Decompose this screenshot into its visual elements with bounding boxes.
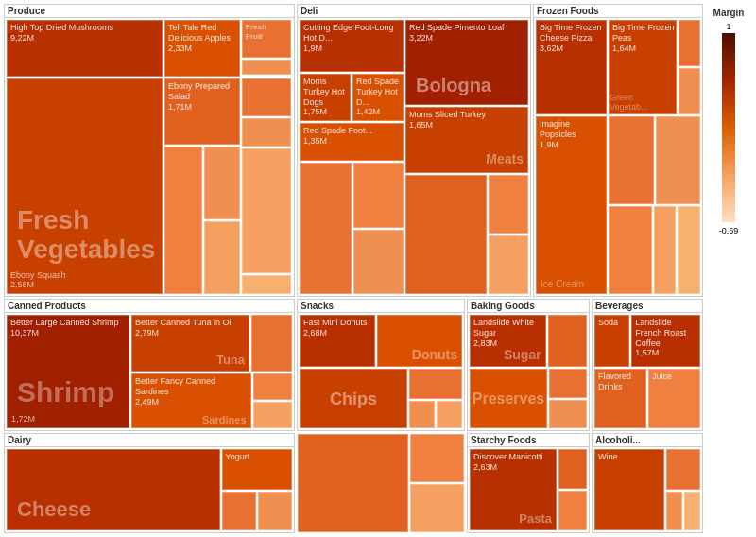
- cell-chips: Chips: [300, 369, 407, 428]
- cell-baking-sm1: [548, 315, 587, 367]
- fresh-vegetables-label: FreshVegetables: [17, 206, 155, 265]
- cell-white-sugar: Landslide White Sugar2,83M Sugar: [470, 315, 546, 367]
- cell-deli-sm2: [353, 163, 404, 228]
- cell-soda: Soda: [594, 315, 629, 367]
- bottom-left-filler: Dairy Cheese Yogurt: [4, 433, 295, 533]
- cell-wine: Wine: [594, 449, 664, 530]
- section-starchy: Starchy Foods Discover Manicotti2,63M Pa…: [467, 433, 590, 533]
- cell-juice: Juice: [648, 369, 700, 428]
- section-alcoholic: Alcoholi... Wine: [592, 433, 703, 533]
- cell-fresh-fruit: FreshFruit: [242, 20, 291, 58]
- cell-dairy-sm1: [222, 492, 256, 530]
- cell-alcohol-sm3: [684, 492, 700, 530]
- section-deli: Deli Cutting Edge Foot-Long Hot D...1,9M…: [297, 4, 531, 297]
- cell-frozen-sm3: [609, 116, 654, 204]
- chart-area: Produce High Top Dried Mushrooms9,22M Te…: [4, 4, 703, 533]
- cell-moms-turkey: Moms Turkey Hot Dogs1,75M: [300, 74, 351, 121]
- cell-apples: Tell Tale Red Delicious Apples2,33M: [164, 20, 240, 77]
- cell-deli-sm1: [300, 163, 352, 294]
- cell-frozen-sm2: [679, 68, 700, 114]
- section-canned: Canned Products Better Large Canned Shri…: [4, 299, 295, 431]
- section-header-frozen: Frozen Foods: [534, 5, 702, 18]
- squash-label: Ebony Squash2,58M: [10, 270, 66, 289]
- section-snacks: Snacks Fast Mini Donuts2,68M Donuts Chip…: [297, 299, 465, 431]
- legend-area: Margin 1 -0,69: [705, 4, 752, 533]
- cell-pimento-loaf: Red Spade Pimento Loaf3,22M Bologna: [405, 20, 528, 105]
- cell-alcohol-sm1: [666, 449, 700, 490]
- cell-canned-shrimp: Better Large Canned Shrimp10,37M Shrimp …: [7, 315, 129, 428]
- cell-produce-sm1: [164, 147, 202, 294]
- cell-produce-sm2: [204, 147, 240, 219]
- cell-snacks-sm3: [437, 401, 462, 429]
- cell-produce-sm4: [242, 78, 291, 116]
- cell-fruit-small1: [242, 60, 291, 75]
- cell-produce-sm5: [242, 118, 291, 147]
- snacks-bottom-space: [297, 433, 465, 533]
- cell-deli-sm6: [489, 235, 528, 294]
- cell-cheese-pizza: Big Time Frozen Cheese Pizza3,62M: [536, 20, 607, 114]
- cell-starchy-sm2: [558, 491, 587, 530]
- cell-frozen-sm1: [679, 20, 700, 66]
- cell-starchy-sm1: [558, 449, 587, 489]
- cell-baking-sm3: [549, 400, 587, 429]
- legend-gradient: [722, 33, 735, 222]
- section-produce: Produce High Top Dried Mushrooms9,22M Te…: [4, 4, 295, 297]
- cell-canned-sm3: [253, 402, 293, 428]
- cell-snacks-sm2: [409, 401, 435, 429]
- cell-cutting-edge: Cutting Edge Foot-Long Hot D...1,9M: [300, 20, 404, 72]
- middle-sections-row: Canned Products Better Large Canned Shri…: [4, 299, 703, 431]
- cell-popsicles: Imagine Popsicles1,9M Ice Cream: [536, 116, 607, 294]
- cell-snacks-sm1: [409, 369, 462, 399]
- legend-min-value: -0,69: [719, 226, 739, 235]
- main-container: Produce High Top Dried Mushrooms9,22M Te…: [0, 0, 756, 537]
- cell-coffee: Landslide French Roast Coffee1,57M: [631, 315, 700, 367]
- cell-frozen-sm5: [609, 206, 652, 294]
- cell-dried-mushrooms: High Top Dried Mushrooms9,22M: [7, 20, 163, 77]
- section-header-dairy: Dairy: [5, 434, 294, 447]
- cell-produce-sm7: [242, 275, 291, 294]
- section-header-deli: Deli: [298, 5, 530, 18]
- cell-preserves: Preserves: [470, 369, 547, 428]
- cell-donuts: Fast Mini Donuts2,68M: [300, 315, 375, 367]
- cell-canned-sm1: [251, 315, 292, 372]
- cell-baking-sm2: [549, 369, 587, 398]
- top-sections-row: Produce High Top Dried Mushrooms9,22M Te…: [4, 4, 703, 297]
- cell-donuts-large: Donuts: [377, 315, 462, 367]
- cell-alcohol-sm2: [666, 492, 682, 530]
- section-header-starchy: Starchy Foods: [468, 434, 589, 447]
- cell-produce-sm3: [204, 221, 240, 294]
- cell-red-spade-turkey: Red Spade Turkey Hot D...1,42M: [352, 74, 404, 121]
- cell-snacks-btm3: [410, 484, 464, 532]
- section-dairy: Dairy Cheese Yogurt: [4, 433, 295, 533]
- cell-prepared-salad: Ebony Prepared Salad1,71M: [164, 78, 240, 145]
- cell-sardines: Better Fancy Canned Sardines2,49M Sardin…: [131, 373, 251, 428]
- cell-deli-sm3: [353, 230, 404, 295]
- cell-flavored-drinks: Flavored Drinks: [594, 369, 646, 428]
- cell-canned-sm2: [253, 373, 293, 400]
- legend-max-value: 1: [726, 22, 730, 31]
- section-header-baking: Baking Goods: [468, 300, 589, 313]
- cell-frozen-sm7: [678, 206, 700, 294]
- section-header-snacks: Snacks: [298, 300, 464, 313]
- cell-frozen-peas: Big Time Frozen Peas1,64M Green Vegetab.…: [609, 20, 677, 114]
- cell-cheese: Cheese: [7, 449, 220, 530]
- section-baking: Baking Goods Landslide White Sugar2,83M …: [467, 299, 590, 431]
- cell-yogurt: Yogurt: [222, 449, 293, 490]
- cell-red-spade-foot: Red Spade Foot...1,35M: [300, 123, 404, 161]
- cell-snacks-btm1: [298, 434, 408, 532]
- cell-dairy-sm2: [258, 492, 292, 530]
- cell-snacks-btm2: [410, 434, 464, 482]
- section-frozen: Frozen Foods Big Time Frozen Cheese Pizz…: [533, 4, 703, 297]
- cell-fresh-vegetables: FreshVegetables Ebony Squash2,58M: [7, 78, 163, 294]
- cell-produce-sm6: [242, 148, 291, 273]
- bottom-sections-row: Dairy Cheese Yogurt: [4, 433, 703, 533]
- section-header-alcoholic: Alcoholi...: [593, 434, 702, 447]
- cell-manicotti: Discover Manicotti2,63M Pasta: [470, 449, 557, 530]
- legend-title: Margin: [713, 8, 745, 18]
- cell-moms-sliced: Moms Sliced Turkey1,65M Meats: [405, 107, 528, 173]
- cell-frozen-sm6: [654, 206, 677, 294]
- section-beverages: Beverages Soda Landslide French Roast Co…: [592, 299, 703, 431]
- cell-frozen-sm4: [656, 116, 701, 204]
- cell-deli-sm4: [405, 175, 487, 294]
- cell-deli-sm5: [489, 175, 528, 234]
